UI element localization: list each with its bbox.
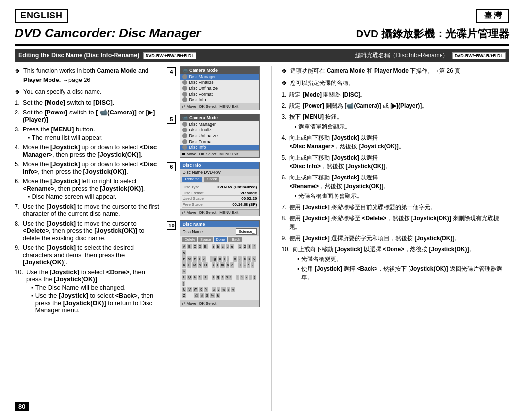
title-chinese: DVD 攝錄放影機：光碟片管理器 xyxy=(356,27,509,41)
screen-5-num: 5 xyxy=(167,115,176,124)
screen-4-num: 4 xyxy=(167,67,176,76)
zh-step-8: 8. 使用 [Joystick] 將游標移至 <Delete>，然後按 [Joy… xyxy=(281,214,509,231)
step-8: 8. Use the [Joystick] to move the cursor… xyxy=(15,220,162,242)
screen-4-wrapper: 4 📹 Camera Mode Disc Manager Disc Finali… xyxy=(167,66,262,110)
left-numbered-steps: 1. Set the [Mode] switch to [DISC]. 2. S… xyxy=(15,99,162,314)
section-header-right: 編輯光碟名稱（Disc Info-Rename） DVD-RW/+RW/-R/+… xyxy=(355,51,506,60)
zh-step-5: 5. 向上或向下移動 [Joystick] 以選擇 <Disc Info>，然後… xyxy=(281,153,509,171)
section-zh-label: 編輯光碟名稱（Disc Info-Rename） xyxy=(355,52,448,59)
english-label: ENGLISH xyxy=(15,9,68,23)
zh-step-9: 9. 使用 [Joystick] 選擇所要的字元和項目，然後按 [Joystic… xyxy=(281,234,509,242)
right-column: ❖ 這項功能可在 Camera Mode 和 Player Mode 下操作。→… xyxy=(272,66,509,411)
screen-5: 📹 Camera Mode Disc Manager Disc Finalize… xyxy=(180,114,260,158)
title-row: DVD Camcorder: Disc Manager DVD 攝錄放影機：光碟… xyxy=(15,26,509,46)
en-dvd-badge: DVD-RW/+RW/-R/+R DL xyxy=(143,52,196,59)
left-content-with-screens: ❖ This function works in both Camera Mod… xyxy=(15,66,262,316)
section-header-left: Editing the Disc Name (Disc Info-Rename)… xyxy=(18,52,196,59)
taiwan-label: 臺 灣 xyxy=(476,9,509,23)
zh-step-6: 6. 向上或向下移動 [Joystick] 以選擇 <Rename>，然後按 [… xyxy=(281,173,509,200)
screen-6: Disc Info Disc Name DVD-RW Rename ↑Back … xyxy=(180,162,260,216)
zh-step-10: 10. 向上或向下移動 [Joystick] 以選擇 <Done>，然後按 [J… xyxy=(281,245,509,282)
right-numbered-steps: 1. 設定 [Mode] 開關為 [DISC]。 2. 設定 [Power] 開… xyxy=(281,90,509,282)
zh-step-3: 3. 按下 [MENU] 按鈕。 ▪ 選單清單將會顯示。 xyxy=(281,113,509,131)
main-content: ❖ This function works in both Camera Mod… xyxy=(15,66,509,411)
bullet-item-2: ❖ You can specify a disc name. xyxy=(15,87,162,97)
zh-dvd-badge: DVD-RW/+RW/-R/+R DL xyxy=(452,52,506,59)
left-steps-area: ❖ This function works in both Camera Mod… xyxy=(15,66,162,316)
title-english: DVD Camcorder: Disc Manager xyxy=(15,26,201,41)
screen-6-wrapper: 6 Disc Info Disc Name DVD-RW Rename ↑Bac… xyxy=(167,162,262,216)
step-3: 3. Press the [MENU] button. ▪ The menu l… xyxy=(15,126,162,141)
step-1: 1. Set the [Mode] switch to [DISC]. xyxy=(15,99,162,106)
step-10: 10. Use the [Joystick] to select <Done>,… xyxy=(15,268,162,314)
screen-6-num: 6 xyxy=(167,162,176,171)
step-2: 2. Set the [Power] switch to [ 📹(Camera)… xyxy=(15,109,162,123)
screens-area: 4 📹 Camera Mode Disc Manager Disc Finali… xyxy=(167,66,262,316)
zh-bullet-1: ❖ 這項功能可在 Camera Mode 和 Player Mode 下操作。→… xyxy=(281,66,509,76)
page-number: 80 xyxy=(15,402,29,411)
step-9: 9. Use the [Joystick] to select the desi… xyxy=(15,244,162,266)
zh-step-2: 2. 設定 [Power] 開關為 [📹(Camera)] 或 [▶](Play… xyxy=(281,101,509,110)
left-bullets: ❖ This function works in both Camera Mod… xyxy=(15,66,162,97)
step-7: 7. Use the [Joystick] to move the cursor… xyxy=(15,203,162,217)
right-steps: ❖ 這項功能可在 Camera Mode 和 Player Mode 下操作。→… xyxy=(281,66,509,282)
header-row: ENGLISH 臺 灣 xyxy=(15,9,509,23)
screen-10: Disc Name Disc Name Science_ Delete Spac… xyxy=(180,220,260,307)
zh-step-7: 7. 使用 [Joystick] 將游標移至目前光碟標題的第一個字元。 xyxy=(281,203,509,211)
zh-step-1: 1. 設定 [Mode] 開關為 [DISC]。 xyxy=(281,90,509,99)
step-4: 4. Move the [Joystick] up or down to sel… xyxy=(15,144,162,158)
section-header: Editing the Disc Name (Disc Info-Rename)… xyxy=(15,49,509,62)
screen-10-num: 10 xyxy=(167,221,176,230)
zh-step-4: 4. 向上或向下移動 [Joystick] 以選擇 <Disc Manager>… xyxy=(281,133,509,151)
step-6: 6. Move the [Joystick] left or right to … xyxy=(15,178,162,200)
screen-5-wrapper: 5 📹 Camera Mode Disc Manager Disc Finali… xyxy=(167,114,262,158)
screen-4: 📹 Camera Mode Disc Manager Disc Finalize… xyxy=(180,66,260,110)
section-en-label: Editing the Disc Name (Disc Info-Rename) xyxy=(18,52,139,59)
left-column: ❖ This function works in both Camera Mod… xyxy=(15,66,272,411)
step-5: 5. Move the [Joystick] up or down to sel… xyxy=(15,161,162,175)
bullet-item-1: ❖ This function works in both Camera Mod… xyxy=(15,66,162,85)
screen-10-wrapper: 10 Disc Name Disc Name Science_ Delete S… xyxy=(167,220,262,307)
zh-bullet-2: ❖ 您可以指定光碟的名稱。 xyxy=(281,79,509,88)
